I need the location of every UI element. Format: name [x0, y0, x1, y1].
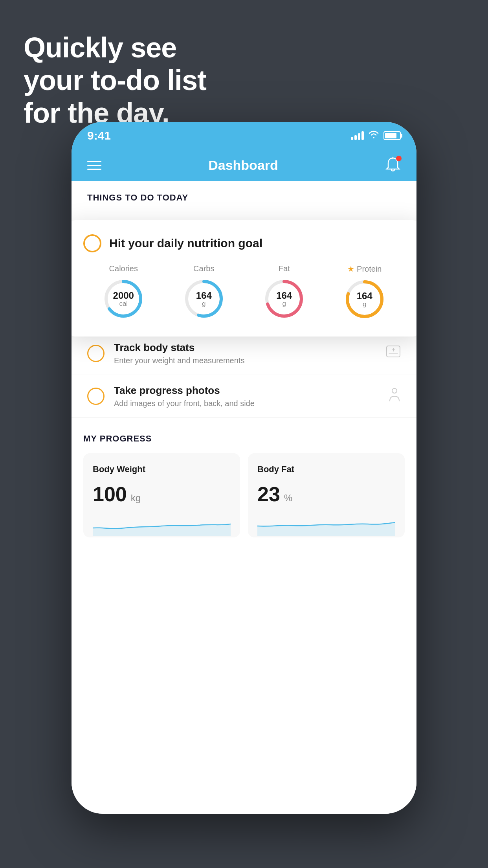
photos-title: Take progress photos — [114, 384, 379, 397]
status-time: 9:41 — [87, 129, 111, 142]
body-stats-title: Track body stats — [114, 342, 376, 354]
signal-icon — [351, 131, 364, 140]
svg-point-13 — [392, 388, 397, 393]
body-weight-value: 100 — [93, 482, 127, 506]
bell-button[interactable] — [385, 156, 401, 174]
body-stats-subtitle: Enter your weight and measurements — [114, 356, 376, 365]
carbs-value: 164 — [196, 291, 212, 300]
my-progress-title: MY PROGRESS — [83, 434, 405, 444]
body-weight-card[interactable]: Body Weight 100 kg — [83, 453, 240, 537]
nav-title: Dashboard — [208, 158, 278, 173]
calories-ring: 2000 cal — [102, 277, 145, 320]
nav-bar: Dashboard — [72, 149, 416, 181]
progress-cards: Body Weight 100 kg Body Fat 23 % — [83, 453, 405, 537]
battery-icon — [383, 131, 401, 140]
hero-text: Quickly see your to-do list for the day. — [24, 31, 206, 129]
macro-carbs: Carbs 164 g — [182, 264, 226, 320]
body-stats-text: Track body stats Enter your weight and m… — [114, 342, 376, 365]
macro-protein-label: ★ Protein — [347, 264, 382, 274]
protein-ring: 164 g — [343, 278, 386, 321]
status-bar: 9:41 — [72, 122, 416, 149]
hero-line2: your to-do list — [24, 64, 206, 97]
fat-unit: g — [276, 300, 292, 307]
body-weight-unit: kg — [131, 493, 141, 504]
body-weight-sparkline — [93, 512, 231, 536]
body-weight-value-row: 100 kg — [93, 482, 231, 506]
notification-dot — [396, 156, 402, 161]
todo-item-photos[interactable]: Take progress photos Add images of your … — [72, 375, 416, 418]
protein-value: 164 — [357, 291, 372, 301]
hamburger-menu[interactable] — [87, 161, 101, 170]
nutrition-macros: Calories 2000 cal Carbs — [83, 264, 405, 321]
main-content: THINGS TO DO TODAY Hit your daily nutrit… — [72, 181, 416, 814]
nutrition-check-circle[interactable] — [83, 234, 101, 252]
carbs-unit: g — [196, 300, 212, 307]
photos-text: Take progress photos Add images of your … — [114, 384, 379, 408]
nutrition-title: Hit your daily nutrition goal — [109, 237, 262, 250]
phone-mockup: 9:41 Dashboard — [72, 122, 416, 814]
photos-subtitle: Add images of your front, back, and side — [114, 399, 379, 408]
fat-ring: 164 g — [262, 277, 306, 320]
macro-fat-label: Fat — [279, 264, 290, 273]
calories-value: 2000 — [113, 291, 134, 300]
body-fat-card[interactable]: Body Fat 23 % — [248, 453, 405, 537]
body-fat-sparkline — [257, 512, 395, 536]
macro-fat: Fat 164 g — [262, 264, 306, 320]
wifi-icon — [369, 130, 379, 141]
calories-unit: cal — [113, 300, 134, 307]
protein-unit: g — [357, 301, 372, 307]
nutrition-card-header: Hit your daily nutrition goal — [83, 234, 405, 252]
fat-value: 164 — [276, 291, 292, 300]
body-weight-card-title: Body Weight — [93, 464, 231, 474]
person-icon — [388, 388, 401, 405]
status-icons — [351, 130, 401, 141]
body-fat-value: 23 — [257, 482, 280, 506]
carbs-ring: 164 g — [182, 277, 226, 320]
body-fat-value-row: 23 % — [257, 482, 395, 506]
body-fat-unit: % — [284, 493, 292, 504]
scale-icon — [386, 345, 401, 362]
photos-check[interactable] — [87, 388, 105, 405]
things-to-do-title: THINGS TO DO TODAY — [87, 193, 401, 203]
macro-calories-label: Calories — [109, 264, 138, 273]
todo-item-body-stats[interactable]: Track body stats Enter your weight and m… — [72, 332, 416, 375]
things-to-do-header: THINGS TO DO TODAY — [72, 181, 416, 211]
star-icon: ★ — [347, 264, 354, 274]
nutrition-card: Hit your daily nutrition goal Calories 2… — [72, 220, 416, 337]
macro-protein: ★ Protein 164 g — [343, 264, 386, 321]
my-progress-section: MY PROGRESS Body Weight 100 kg Bod — [72, 418, 416, 553]
body-stats-check[interactable] — [87, 345, 105, 362]
hero-line1: Quickly see — [24, 31, 206, 64]
macro-carbs-label: Carbs — [193, 264, 214, 273]
macro-calories: Calories 2000 cal — [102, 264, 145, 320]
body-fat-card-title: Body Fat — [257, 464, 395, 474]
